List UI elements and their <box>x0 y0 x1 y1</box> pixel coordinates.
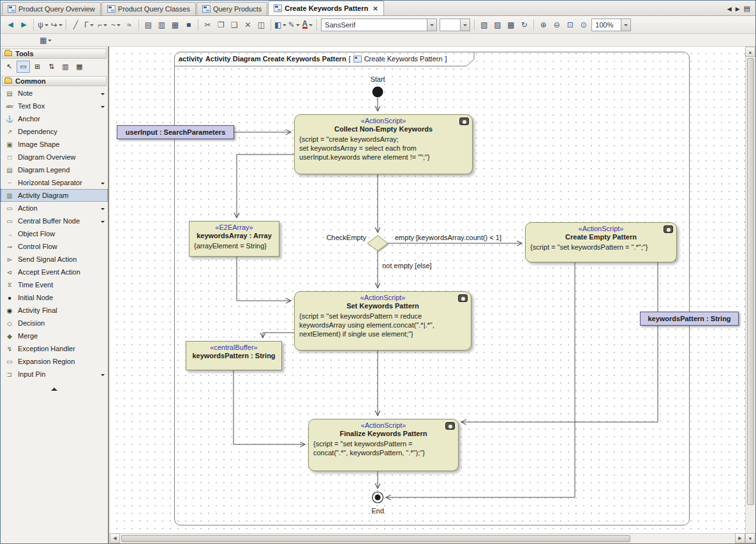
align-right-button[interactable]: ▦ <box>168 18 182 32</box>
line-style-diagonal-button[interactable]: ╱ <box>69 18 82 32</box>
tab-query-products[interactable]: Query Products <box>196 2 267 15</box>
edit-image-button[interactable]: ▨ <box>491 18 504 32</box>
palette-item-central-buffer-node[interactable]: ▭ Central Buffer Node <box>1 215 108 227</box>
fill-color-button[interactable]: ◧ <box>274 18 287 32</box>
tab-product-query-classes[interactable]: Product Query Classes <box>101 2 196 15</box>
align-center-button[interactable]: ▥ <box>155 18 168 32</box>
edge-collect-to-keywords-array[interactable] <box>237 155 294 218</box>
containment-tool-button[interactable]: ψ <box>36 18 50 32</box>
layout-button[interactable]: ▦ <box>39 33 52 47</box>
paste-button[interactable]: ❑ <box>228 18 241 32</box>
palette-item-expansion-region[interactable]: ▭ Expansion Region <box>1 355 108 368</box>
zoom-in-button[interactable]: ⊕ <box>537 18 550 32</box>
edge-buffer-to-finalize[interactable] <box>233 370 305 444</box>
palette-item-activity-diagram[interactable]: ▥ Activity Diagram <box>1 189 108 202</box>
palette-item-action[interactable]: ▭ Action <box>1 202 108 215</box>
guard-not-empty-label[interactable]: not empty [else] <box>382 262 432 269</box>
edge-keywords-array-to-set-pattern[interactable] <box>237 257 291 301</box>
palette-item-decision[interactable]: ◇ Decision <box>1 317 108 329</box>
palette-item-merge[interactable]: ◆ Merge <box>1 329 108 342</box>
align-left-button[interactable]: ▤ <box>142 18 155 32</box>
action-collect-non-empty-keywords[interactable]: «ActionScript» Collect Non-Empty Keyword… <box>294 114 473 174</box>
palette-item-accept-event-action[interactable]: ⊲ Accept Event Action <box>1 266 108 278</box>
font-name-combobox[interactable]: SansSerif <box>321 19 437 31</box>
next-tab-icon[interactable]: ▶ <box>736 6 740 12</box>
horizontal-scroll-thumb[interactable] <box>121 535 630 542</box>
line-style-rectilinear-button[interactable]: Γ <box>82 18 96 32</box>
previous-tab-icon[interactable]: ◀ <box>727 6 732 12</box>
edge-set-pattern-to-buffer[interactable] <box>263 333 294 338</box>
line-color-button[interactable]: ✎ <box>287 18 300 32</box>
zoom-level-combobox[interactable]: 100% <box>591 19 631 31</box>
palette-section-tools[interactable]: Tools <box>2 49 107 59</box>
action-create-empty-pattern[interactable]: «ActionScript» Create Empty Pattern {scr… <box>525 222 677 262</box>
palette-item-diagram-legend[interactable]: ▤ Diagram Legend <box>1 163 108 176</box>
palette-item-initial-node[interactable]: ● Initial Node <box>1 291 108 304</box>
palette-section-common[interactable]: Common <box>2 76 107 86</box>
end-label[interactable]: End <box>371 507 384 515</box>
palette-item-object-flow[interactable]: → Object Flow <box>1 227 108 240</box>
stamp-button[interactable]: ◫ <box>255 18 268 32</box>
align-grid-button[interactable]: ■ <box>182 18 195 32</box>
font-color-button[interactable]: A <box>300 18 314 32</box>
palette-item-text-box[interactable]: abc Text Box <box>1 100 108 112</box>
vertical-scroll-thumb[interactable] <box>747 58 754 505</box>
palette-item-control-flow[interactable]: ⇒ Control Flow <box>1 240 108 253</box>
zoom-box-tool[interactable]: ⊞ <box>31 61 44 73</box>
vertical-distribute-tool[interactable]: ⇅ <box>45 61 58 73</box>
tab-list-icon[interactable]: ▤ <box>744 4 750 13</box>
link-tool-button[interactable]: ↪ <box>50 18 63 32</box>
line-style-spline-button[interactable]: ≈ <box>122 18 136 32</box>
forward-button[interactable]: ▶ <box>17 18 31 32</box>
chevron-down-icon[interactable] <box>101 221 105 225</box>
rows-tool[interactable]: ▥ <box>59 61 72 73</box>
palette-item-image-shape[interactable]: ▣ Image Shape <box>1 138 108 151</box>
diagram-canvas[interactable]: Start End CheckEmpty empty [keywordsArra… <box>110 47 745 533</box>
font-size-combobox[interactable] <box>440 19 470 31</box>
decision-node[interactable] <box>367 236 388 251</box>
chevron-down-icon[interactable] <box>101 106 105 110</box>
pointer-tool[interactable]: ↖ <box>3 61 16 73</box>
palette-scroll-up-icon[interactable] <box>51 384 57 391</box>
back-button[interactable]: ◀ <box>4 18 17 32</box>
line-style-curved-button[interactable]: ~ <box>109 18 122 32</box>
palette-item-horizontal-separator[interactable]: ┄ Horizontal Separator <box>1 176 108 189</box>
object-node-keywords-array[interactable]: «E2EArray» keywordsArray : Array {arrayE… <box>189 221 279 257</box>
action-finalize-keywords-pattern[interactable]: «ActionScript» Finalize Keywords Pattern… <box>308 419 459 471</box>
refresh-button[interactable]: ↻ <box>517 18 531 32</box>
initial-node[interactable] <box>373 87 383 98</box>
scroll-down-button[interactable]: ▼ <box>745 533 755 543</box>
vertical-scrollbar[interactable]: ▲ ▼ <box>745 47 755 543</box>
chevron-down-icon[interactable] <box>101 374 105 378</box>
add-image-button[interactable]: ▧ <box>477 18 491 32</box>
palette-item-activity-final[interactable]: ◉ Activity Final <box>1 304 108 317</box>
edge-create-empty-to-finalize[interactable] <box>461 262 658 422</box>
horizontal-scrollbar[interactable]: ◀ ▶ <box>110 533 745 543</box>
palette-item-anchor[interactable]: ⚓ Anchor <box>1 112 108 125</box>
export-image-button[interactable]: ▩ <box>504 18 517 32</box>
close-tab-icon[interactable]: ✕ <box>373 5 378 12</box>
line-style-bent-button[interactable]: ⌐ <box>96 18 109 32</box>
palette-item-time-event[interactable]: ⧖ Time Event <box>1 278 108 291</box>
pin-label-user-input[interactable]: userInput : SearchParameters <box>117 125 234 139</box>
chevron-down-icon[interactable] <box>101 208 105 212</box>
marquee-tool[interactable]: ▭ <box>17 61 30 73</box>
copy-button[interactable]: ❐ <box>214 18 228 32</box>
start-label[interactable]: Start <box>370 75 385 83</box>
tab-create-keywords-pattern[interactable]: Create Keywords Pattern ✕ <box>268 1 383 15</box>
guard-empty-label[interactable]: empty [keywordsArray.count() < 1] <box>395 234 501 241</box>
pin-label-keywords-pattern[interactable]: keywordsPattern : String <box>640 312 739 326</box>
palette-item-send-signal-action[interactable]: ⊳ Send Signal Action <box>1 253 108 266</box>
scroll-right-button[interactable]: ▶ <box>735 533 745 543</box>
zoom-fit-button[interactable]: ⊡ <box>563 18 577 32</box>
chevron-down-icon[interactable] <box>101 93 105 97</box>
tab-product-query-overview[interactable]: Product Query Overview <box>2 2 101 15</box>
cut-button[interactable]: ✂ <box>201 18 214 32</box>
grid-tool[interactable]: ▦ <box>73 61 86 73</box>
chevron-down-icon[interactable] <box>101 183 105 186</box>
central-buffer-keywords-pattern[interactable]: «centralBuffer» keywordsPattern : String <box>186 341 282 370</box>
palette-item-note[interactable]: ▤ Note <box>1 87 108 100</box>
zoom-window-button[interactable]: ⊙ <box>577 18 590 32</box>
decision-name-label[interactable]: CheckEmpty <box>327 234 367 241</box>
scroll-left-button[interactable]: ◀ <box>110 533 120 543</box>
